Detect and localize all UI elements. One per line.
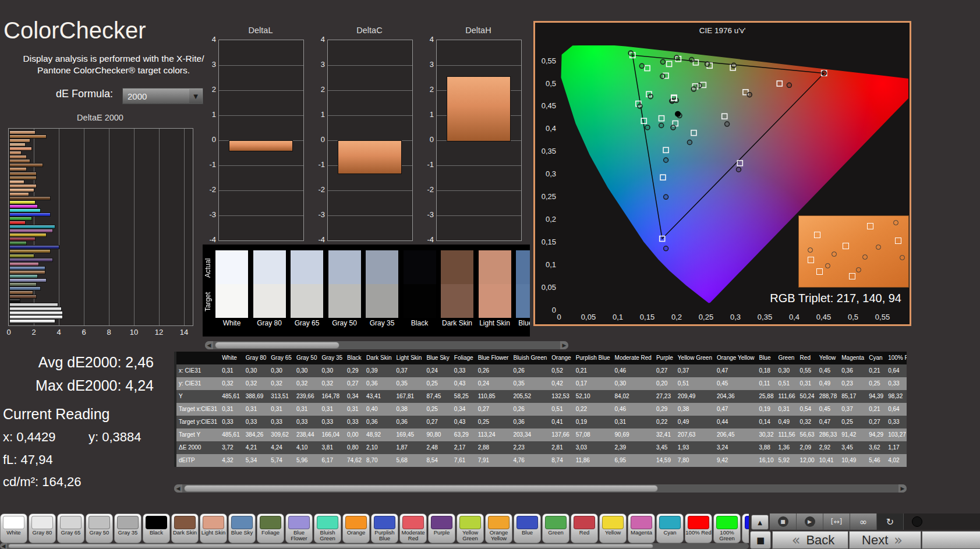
page-scrollbar[interactable]: ◀ [0, 543, 749, 549]
deltae-bar [9, 286, 41, 291]
cie-y-tick: 0,35 [536, 147, 556, 155]
scroll-left-icon[interactable]: ◀ [174, 484, 182, 493]
patch-tile[interactable]: Gray 50 [86, 513, 113, 543]
mini-chart-title: DeltaL [207, 26, 314, 35]
table-cell: 8,70 [364, 454, 394, 467]
table-row: dEITP4,325,345,745,966,1774,628,705,688,… [175, 454, 907, 467]
patch-tile-label: Light Skin [200, 529, 227, 536]
patch-tile-swatch [31, 516, 53, 529]
patch-tile-label: Gray 80 [29, 529, 55, 536]
deltae-bar [9, 134, 47, 139]
patch-tile[interactable]: Blue [514, 513, 541, 543]
patch-tile[interactable]: Dark Skin [171, 513, 199, 543]
gridline [219, 190, 303, 191]
table-cell: 74,62 [345, 454, 364, 467]
x-tick-label: 2 [27, 328, 40, 337]
patch-tile[interactable]: Gray 80 [29, 513, 56, 543]
table-cell: 0,31 [268, 403, 294, 416]
patch-tile[interactable]: 100% Blue [742, 513, 749, 543]
range-button[interactable]: [↔] [823, 513, 850, 530]
table-scrollbar[interactable]: ◀ ▶ [174, 484, 907, 493]
table-cell: 0,37 [839, 403, 866, 416]
cie-y-tick: 0,3 [536, 169, 556, 178]
patch-tile[interactable]: Foliage [257, 513, 284, 543]
patch-tile[interactable]: 100% Red [685, 513, 712, 543]
back-button[interactable]: « Back [772, 531, 848, 549]
scroll-right-icon[interactable]: ▶ [898, 484, 907, 493]
scrollbar-thumb[interactable] [184, 485, 658, 492]
next-button[interactable]: Next » [849, 531, 921, 549]
scrollbar-thumb[interactable] [8, 544, 653, 548]
stop-button[interactable]: ■ [770, 513, 797, 530]
cie-x-tick: 0,55 [872, 313, 893, 321]
scroll-right-icon[interactable]: ▶ [560, 341, 568, 349]
play-button[interactable]: ▶ [797, 513, 823, 530]
patch-tile[interactable]: Magenta [628, 513, 655, 543]
y-tick-label: 4 [200, 35, 216, 44]
patch-tile[interactable]: Red [571, 513, 598, 543]
patch-tile[interactable]: Black [143, 513, 170, 543]
stop-square-button[interactable]: ■ [750, 531, 771, 549]
scroll-up-button[interactable]: ▲ [751, 515, 769, 530]
patch-tile[interactable]: Orange [342, 513, 370, 543]
patch-tile[interactable]: Blue Sky [228, 513, 256, 543]
y-tick-label: -2 [200, 185, 216, 194]
measured-point [648, 94, 653, 99]
scrollbar-thumb[interactable] [215, 342, 339, 349]
table-cell: 113,24 [476, 428, 511, 441]
loop-button[interactable]: ∞ [850, 513, 877, 530]
patch-tile[interactable]: White [0, 513, 27, 543]
column-header: Purplish Blue [574, 352, 613, 364]
swatch-strip-scrollbar[interactable]: ◀ ▶ [205, 341, 568, 349]
gridline [437, 190, 521, 191]
deltae-bar [9, 139, 30, 143]
patch-tile[interactable]: Orange Yellow [485, 513, 512, 543]
play-icon: ▶ [808, 519, 812, 525]
patch-tile[interactable]: Yellow [599, 513, 627, 543]
table-cell: 0,33 [220, 416, 243, 428]
patch-tile[interactable]: Moderate Red [399, 513, 427, 543]
patch-tile[interactable]: Bluish Green [314, 513, 341, 543]
patch-tile[interactable]: Green [542, 513, 569, 543]
patch-tile[interactable]: Light Skin [200, 513, 227, 543]
patch-tile-swatch [459, 516, 481, 529]
y-tick-label: -4 [200, 235, 216, 244]
table-cell: 0,36 [839, 364, 866, 377]
de-formula-select[interactable]: 2000 ▼ [122, 88, 203, 104]
row-label: Target Y [175, 428, 220, 441]
patch-tile[interactable]: 100% Green [713, 513, 741, 543]
y-tick-label: 3 [200, 60, 216, 69]
row-label: dEITP [175, 454, 220, 467]
table-cell: 0,21 [866, 364, 886, 377]
scroll-left-icon[interactable]: ◀ [0, 543, 7, 549]
table-cell: 1,87 [394, 441, 424, 454]
table-cell: 0,26 [511, 403, 549, 416]
patch-tile[interactable]: Cyan [656, 513, 684, 543]
table-cell: 0,36 [364, 416, 394, 428]
patch-label: Gray 65 [291, 319, 323, 327]
table-cell: 7,91 [476, 454, 511, 467]
column-header: Blue Flower [476, 352, 511, 364]
cie-x-tick: 0,4 [784, 313, 805, 321]
patch-swatch: Light Skin [479, 250, 511, 318]
table-row: ΔE 20003,724,214,244,103,810,802,101,872… [175, 441, 907, 454]
refresh-button[interactable]: ↻ [877, 513, 904, 530]
current-y: y: 0,3884 [89, 430, 141, 445]
scroll-left-icon[interactable]: ◀ [205, 341, 213, 349]
table-cell: 7,80 [675, 454, 714, 467]
de-formula-label: dE Formula: [56, 88, 113, 100]
patch-tile-swatch [288, 516, 310, 529]
patch-tile-strip: WhiteGray 80Gray 65Gray 50Gray 35BlackDa… [0, 513, 749, 543]
patch-tile[interactable]: Gray 35 [114, 513, 141, 543]
table-cell: 0,51 [549, 403, 573, 416]
patch-tile[interactable]: Purplish Blue [371, 513, 398, 543]
patch-tile[interactable]: Gray 65 [57, 513, 84, 543]
back-chevrons-icon: « [792, 532, 801, 548]
table-cell: 2,81 [549, 441, 573, 454]
column-header: Black [345, 352, 364, 364]
patch-tile[interactable]: Purple [428, 513, 455, 543]
patch-tile[interactable]: Blue Flower [285, 513, 313, 543]
patch-tile[interactable]: Yellow Green [457, 513, 484, 543]
table-cell: 7,61 [452, 454, 476, 467]
y-tick-label: -2 [418, 185, 434, 194]
